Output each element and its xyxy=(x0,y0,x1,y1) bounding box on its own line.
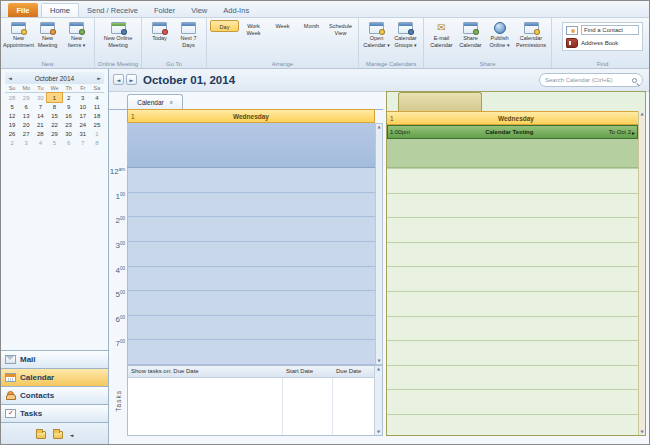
minical-day[interactable]: 4 xyxy=(90,93,104,102)
hour-slot[interactable] xyxy=(128,267,375,292)
overlay-day-header[interactable]: 1 Wednesday xyxy=(387,111,645,125)
minical-day[interactable]: 22 xyxy=(47,120,61,129)
minical-day[interactable]: 23 xyxy=(62,120,76,129)
email-calendar-button[interactable]: ✉ E-mailCalendar xyxy=(427,20,456,48)
minical-day[interactable]: 29 xyxy=(47,129,61,138)
minical-day[interactable]: 24 xyxy=(76,120,90,129)
file-tab[interactable]: File xyxy=(8,3,38,17)
appointment-calendar-testing[interactable]: 1:00pm Calendar Testing To Oct 2▸ xyxy=(387,125,638,139)
scroll-up-icon[interactable]: ▲ xyxy=(640,112,643,116)
minical-day[interactable]: 28 xyxy=(33,129,47,138)
day-view-button[interactable]: Day xyxy=(210,20,239,32)
tab-add-ins[interactable]: Add-Ins xyxy=(215,3,257,17)
minical-day[interactable]: 5 xyxy=(47,138,61,147)
minical-day[interactable]: 11 xyxy=(90,102,104,111)
due-date-column-header[interactable]: Due Date xyxy=(336,368,361,374)
minical-day[interactable]: 25 xyxy=(90,120,104,129)
overlay-scrollbar[interactable]: ▲ ▼ xyxy=(638,111,645,435)
address-book-button[interactable]: Address Book xyxy=(566,38,639,48)
minical-day[interactable]: 6 xyxy=(19,102,33,111)
tab-view[interactable]: View xyxy=(183,3,215,17)
scroll-down-icon[interactable]: ▼ xyxy=(640,430,643,434)
shortcuts-folder-icon[interactable] xyxy=(36,431,46,439)
tab-home[interactable]: Home xyxy=(41,3,79,17)
minical-day[interactable]: 18 xyxy=(90,111,104,120)
minical-day[interactable]: 20 xyxy=(19,120,33,129)
hour-slot[interactable] xyxy=(128,316,375,341)
share-calendar-button[interactable]: ShareCalendar xyxy=(456,20,485,48)
minical-day[interactable]: 13 xyxy=(19,111,33,120)
publish-online-button[interactable]: PublishOnline ▾ xyxy=(485,20,514,48)
sidebar-item-tasks[interactable]: ✓ Tasks xyxy=(1,404,108,422)
overlay-time-grid[interactable] xyxy=(387,168,638,435)
scroll-up-icon[interactable]: ▲ xyxy=(377,367,380,371)
minical-day[interactable]: 4 xyxy=(33,138,47,147)
scroll-down-icon[interactable]: ▼ xyxy=(377,359,380,363)
minical-day[interactable]: 14 xyxy=(33,111,47,120)
minical-day[interactable]: 28 xyxy=(5,93,19,102)
minical-day[interactable]: 2 xyxy=(62,93,76,102)
prev-month-icon[interactable]: ◄ xyxy=(8,75,12,81)
all-day-event-area[interactable] xyxy=(127,123,375,168)
minical-day[interactable]: 12 xyxy=(5,111,19,120)
day-column-header[interactable]: 1 Wednesday xyxy=(127,109,375,123)
minical-day[interactable]: 1 xyxy=(90,129,104,138)
sidebar-item-mail[interactable]: Mail xyxy=(1,350,108,368)
today-button[interactable]: Today xyxy=(145,20,174,42)
hour-slot[interactable] xyxy=(128,242,375,267)
next-7-days-button[interactable]: Next 7Days xyxy=(174,20,203,48)
new-items-button[interactable]: NewItems ▾ xyxy=(62,20,91,48)
month-view-button[interactable]: Month xyxy=(297,20,326,30)
minical-day[interactable]: 9 xyxy=(62,102,76,111)
find-contact-input[interactable] xyxy=(581,25,639,35)
minical-day[interactable]: 19 xyxy=(5,120,19,129)
tab-folder[interactable]: Folder xyxy=(146,3,183,17)
minical-day[interactable]: 8 xyxy=(90,138,104,147)
minical-day[interactable]: 5 xyxy=(5,102,19,111)
minical-day[interactable]: 10 xyxy=(76,102,90,111)
calendar-folder-tab[interactable]: Calendar x xyxy=(127,94,183,109)
sidebar-item-contacts[interactable]: Contacts xyxy=(1,386,108,404)
minical-day[interactable]: 6 xyxy=(62,138,76,147)
show-tasks-on-label[interactable]: Show tasks on: Due Date xyxy=(131,368,199,374)
calendar-groups-button[interactable]: CalendarGroups ▾ xyxy=(391,20,420,48)
minical-day[interactable]: 15 xyxy=(47,111,61,120)
new-appointment-button[interactable]: NewAppointment xyxy=(4,20,33,48)
minical-day[interactable]: 31 xyxy=(76,129,90,138)
back-button[interactable]: ◄ xyxy=(113,74,124,85)
hour-slot[interactable] xyxy=(128,217,375,242)
scroll-down-icon[interactable]: ▼ xyxy=(377,430,380,434)
minical-day[interactable]: 27 xyxy=(19,129,33,138)
forward-button[interactable]: ► xyxy=(126,74,137,85)
minical-day[interactable]: 26 xyxy=(5,129,19,138)
minical-day[interactable]: 3 xyxy=(76,93,90,102)
minical-day[interactable]: 7 xyxy=(33,102,47,111)
open-calendar-button[interactable]: OpenCalendar ▾ xyxy=(362,20,391,48)
hour-slot[interactable] xyxy=(128,193,375,218)
overlay-shaded-band[interactable] xyxy=(387,139,638,168)
new-meeting-button[interactable]: NewMeeting xyxy=(33,20,62,48)
minical-day[interactable]: 16 xyxy=(62,111,76,120)
hour-slot[interactable] xyxy=(128,340,375,365)
scroll-up-icon[interactable]: ▲ xyxy=(377,125,380,129)
schedule-view-button[interactable]: ScheduleView xyxy=(326,20,355,36)
close-tab-icon[interactable]: x xyxy=(170,99,173,105)
minical-day[interactable]: 30 xyxy=(62,129,76,138)
new-online-meeting-button[interactable]: New OnlineMeeting xyxy=(98,20,138,48)
minical-day[interactable]: 7 xyxy=(76,138,90,147)
minical-day[interactable]: 8 xyxy=(47,102,61,111)
week-view-button[interactable]: Week xyxy=(268,20,297,30)
minical-day[interactable]: 17 xyxy=(76,111,90,120)
configure-buttons-icon[interactable]: ◄ xyxy=(70,432,74,438)
minical-day-selected[interactable]: 1 xyxy=(47,93,61,102)
overlay-calendar-tab[interactable] xyxy=(398,92,482,111)
minical-day[interactable]: 29 xyxy=(19,93,33,102)
minical-day[interactable]: 3 xyxy=(19,138,33,147)
work-week-view-button[interactable]: WorkWeek xyxy=(239,20,268,36)
tasks-scrollbar[interactable]: ▲ ▼ xyxy=(374,366,382,435)
hour-slot[interactable] xyxy=(128,168,375,193)
hour-slot[interactable] xyxy=(128,291,375,316)
tab-send-receive[interactable]: Send / Receive xyxy=(79,3,146,17)
minical-day[interactable]: 30 xyxy=(33,93,47,102)
start-date-column-header[interactable]: Start Date xyxy=(286,368,313,374)
